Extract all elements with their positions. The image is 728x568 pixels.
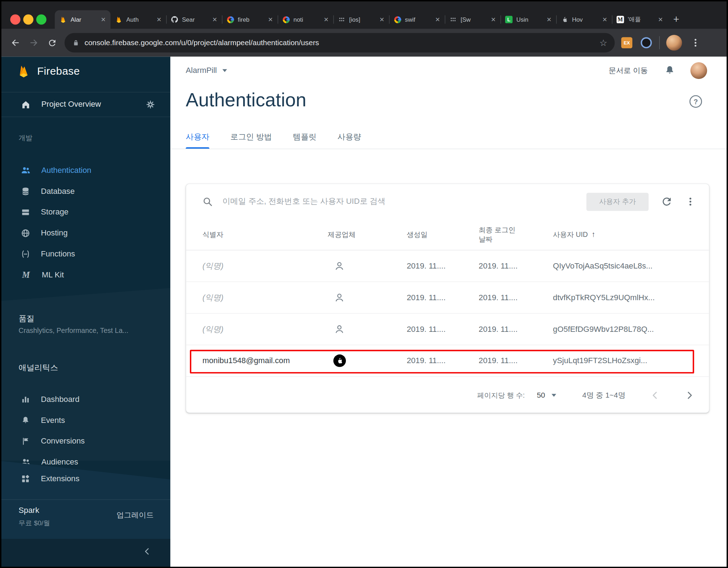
- rows-per-page-label: 페이지당 행 수:: [477, 391, 525, 400]
- upgrade-button[interactable]: 업그레이드: [117, 510, 154, 520]
- cell-uid: gO5fEfDG9Wbv12P8L78Q...: [553, 324, 709, 334]
- dots-favicon: [338, 16, 346, 23]
- toolbar-divider: [659, 36, 660, 49]
- rows-per-page-value: 50: [537, 391, 545, 400]
- sidebar-item-label: Hosting: [41, 228, 68, 238]
- tab-close-icon[interactable]: ✕: [491, 16, 496, 23]
- tab-close-icon[interactable]: ✕: [212, 16, 217, 23]
- search-input[interactable]: [223, 197, 587, 206]
- browser-tab[interactable]: Sear ✕: [166, 10, 222, 29]
- chevron-down-icon: [552, 394, 556, 397]
- table-row[interactable]: (익명) 2019. 11.... 2019. 11.... dtvfKpTkR…: [186, 282, 709, 314]
- browser-tab[interactable]: M '애플 ✕: [612, 10, 668, 29]
- bookmark-star-icon[interactable]: ☆: [599, 37, 607, 48]
- tab-templates[interactable]: 템플릿: [293, 124, 317, 149]
- sidebar-item-dashboard[interactable]: Dashboard: [0, 389, 170, 410]
- user-avatar[interactable]: [690, 62, 707, 79]
- sidebar-item-conversions[interactable]: Conversions: [0, 431, 170, 452]
- flag-icon: [20, 436, 31, 446]
- browser-tab[interactable]: Hov ✕: [556, 10, 612, 29]
- browser-tab[interactable]: L Usin ✕: [500, 10, 556, 29]
- analytics-section-title[interactable]: 애널리틱스: [18, 362, 58, 373]
- cell-identifier: (익명): [202, 261, 328, 271]
- table-row[interactable]: (익명) 2019. 11.... 2019. 11.... QIyVoTojA…: [186, 250, 709, 282]
- cell-identifier: (익명): [202, 292, 328, 303]
- sidebar-item-database[interactable]: Database: [0, 181, 170, 202]
- more-options-kebab-icon[interactable]: [685, 196, 696, 207]
- refresh-icon[interactable]: [661, 196, 673, 208]
- previous-page-icon[interactable]: [649, 390, 660, 401]
- tab-title: Auth: [126, 16, 153, 23]
- sidebar-item-events[interactable]: Events: [0, 410, 170, 431]
- sidebar-item-storage[interactable]: Storage: [0, 202, 170, 223]
- collapse-sidebar-icon[interactable]: [142, 546, 152, 557]
- tab-close-icon[interactable]: ✕: [658, 16, 663, 23]
- database-icon: [20, 186, 31, 196]
- github-favicon: [171, 16, 178, 23]
- extension-circle-icon[interactable]: [641, 37, 652, 48]
- tabs-divider: [170, 149, 728, 149]
- cell-created: 2019. 11....: [407, 261, 478, 271]
- google-favicon: [394, 16, 401, 23]
- table-row-highlighted[interactable]: monibu1548@gmail.com 2019. 11.... 2019. …: [186, 345, 709, 377]
- back-button[interactable]: [10, 38, 21, 48]
- firebase-flame-icon: [17, 64, 31, 78]
- tab-close-icon[interactable]: ✕: [435, 16, 440, 23]
- sidebar-item-label: Audiences: [41, 457, 78, 467]
- column-uid-sortable[interactable]: 사용자 UID ↑: [553, 230, 709, 239]
- browser-tab[interactable]: noti ✕: [278, 10, 333, 29]
- toolbar-actions: 사용자 추가: [587, 192, 696, 211]
- sidebar-item-ml-kit[interactable]: M ML Kit: [0, 264, 170, 285]
- sidebar-item-hosting[interactable]: Hosting: [0, 223, 170, 244]
- tab-close-icon[interactable]: ✕: [602, 16, 607, 23]
- plan-detail: 무료 $0/월: [18, 519, 50, 528]
- sidebar-item-label: Functions: [41, 249, 75, 259]
- tab-close-icon[interactable]: ✕: [101, 16, 106, 23]
- forward-button[interactable]: [29, 38, 39, 48]
- cell-last-login: 2019. 11....: [479, 324, 553, 334]
- tab-title: Hov: [572, 16, 599, 23]
- users-card: 사용자 추가 식별자 제공업체 생성일 최종 로그인 날짜 사용자 UID ↑ …: [186, 184, 709, 413]
- minimize-window-button[interactable]: [23, 14, 33, 25]
- tab-close-icon[interactable]: ✕: [268, 16, 273, 23]
- table-row[interactable]: (익명) 2019. 11.... 2019. 11.... gO5fEfDG9…: [186, 314, 709, 345]
- add-user-button[interactable]: 사용자 추가: [587, 192, 649, 211]
- extension-ex-icon[interactable]: EX: [621, 37, 632, 48]
- tab-usage[interactable]: 사용량: [337, 124, 361, 149]
- next-page-icon[interactable]: [684, 390, 695, 401]
- browser-menu-kebab-icon[interactable]: [690, 38, 701, 48]
- go-to-docs-link[interactable]: 문서로 이동: [609, 57, 648, 84]
- browser-tab[interactable]: [Sw ✕: [445, 10, 500, 29]
- sidebar-item-label: Dashboard: [41, 395, 80, 404]
- browser-tab[interactable]: swif ✕: [389, 10, 445, 29]
- tab-sign-in-method[interactable]: 로그인 방법: [230, 124, 272, 149]
- project-selector[interactable]: AlarmPill: [186, 62, 227, 79]
- tab-close-icon[interactable]: ✕: [546, 16, 551, 23]
- sidebar-item-functions[interactable]: Functions: [0, 243, 170, 264]
- browser-tab[interactable]: [ios] ✕: [333, 10, 389, 29]
- tab-users[interactable]: 사용자: [186, 124, 209, 149]
- sidebar-item-project-overview[interactable]: Project Overview: [0, 92, 170, 117]
- help-icon[interactable]: ?: [690, 95, 702, 108]
- browser-tab[interactable]: fireb ✕: [222, 10, 278, 29]
- gear-icon[interactable]: [145, 100, 156, 110]
- firebase-logo[interactable]: Firebase: [17, 64, 80, 78]
- browser-profile-avatar[interactable]: [666, 35, 682, 51]
- chevron-down-icon: [223, 69, 227, 72]
- tab-close-icon[interactable]: ✕: [379, 16, 384, 23]
- address-bar[interactable]: console.firebase.google.com/u/0/project/…: [65, 33, 615, 53]
- zoom-window-button[interactable]: [36, 14, 47, 25]
- sidebar-item-label: Conversions: [41, 436, 85, 446]
- tab-close-icon[interactable]: ✕: [156, 16, 161, 23]
- sidebar-item-extensions[interactable]: Extensions: [0, 468, 170, 490]
- reload-button[interactable]: [47, 38, 57, 47]
- close-window-button[interactable]: [10, 14, 21, 25]
- tab-close-icon[interactable]: ✕: [323, 16, 328, 23]
- browser-tab[interactable]: Alar ✕: [55, 10, 111, 29]
- notifications-bell-icon[interactable]: [664, 65, 676, 76]
- browser-tab[interactable]: Auth ✕: [111, 10, 166, 29]
- new-tab-button[interactable]: +: [673, 14, 679, 25]
- sidebar-item-authentication[interactable]: Authentication: [0, 160, 170, 181]
- rows-per-page-select[interactable]: 50: [537, 391, 556, 400]
- quality-section-title[interactable]: 품질: [18, 313, 34, 324]
